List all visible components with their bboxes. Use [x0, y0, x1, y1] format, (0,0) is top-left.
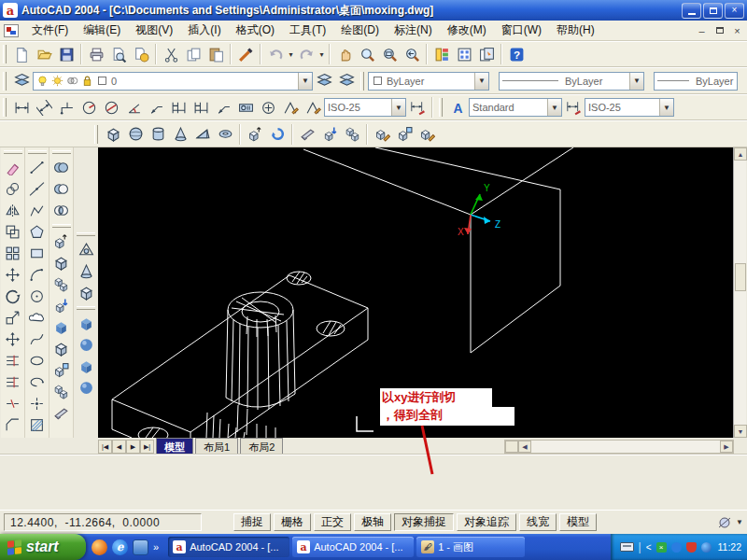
- menu-file[interactable]: 文件(F): [24, 20, 76, 41]
- polar-toggle[interactable]: 极轴: [354, 513, 391, 531]
- menu-draw[interactable]: 绘图(D): [333, 20, 387, 41]
- text-style-button[interactable]: [446, 96, 469, 119]
- array-button[interactable]: [2, 243, 24, 264]
- task-autocad-1[interactable]: a AutoCAD 2004 - [...: [168, 537, 289, 557]
- rectangle-button[interactable]: [26, 243, 49, 264]
- keyboard-layout-icon[interactable]: [620, 542, 634, 552]
- copy-button[interactable]: [182, 43, 204, 65]
- quick-launch-chevron-icon[interactable]: »: [153, 541, 159, 553]
- toolbar-grip[interactable]: [28, 150, 47, 154]
- dim-style-dropdown-2[interactable]: ISO-25 ▼: [585, 98, 674, 117]
- menu-view[interactable]: 视图(V): [128, 20, 180, 41]
- rotate-faces-button[interactable]: [50, 316, 73, 338]
- hatch-button[interactable]: [26, 414, 49, 436]
- solid-torus-button[interactable]: [214, 123, 236, 146]
- dim-style-dropdown-arrow[interactable]: ▼: [391, 99, 405, 116]
- menu-help[interactable]: 帮助(H): [549, 20, 602, 41]
- offset-faces-button[interactable]: [50, 273, 73, 295]
- line-button[interactable]: [26, 157, 49, 178]
- toolbar-grip[interactable]: [3, 45, 7, 63]
- toolbar-grip[interactable]: [77, 232, 95, 236]
- delete-faces-button[interactable]: [50, 295, 73, 316]
- dim-radius-button[interactable]: [78, 96, 100, 119]
- dim-linear-button[interactable]: [10, 96, 33, 119]
- tool-palettes-button[interactable]: [475, 43, 498, 65]
- quick-dimension-button[interactable]: [145, 96, 167, 119]
- layer-properties-manager-button[interactable]: [10, 70, 33, 92]
- minimize-button[interactable]: [682, 3, 701, 19]
- center-mark-button[interactable]: [257, 96, 279, 119]
- show-desktop-icon[interactable]: [133, 539, 148, 555]
- mdi-close-button[interactable]: ×: [731, 25, 743, 36]
- tab-layout2[interactable]: 布局2: [240, 438, 283, 454]
- internet-explorer-icon[interactable]: e: [112, 539, 128, 555]
- break-button[interactable]: [2, 393, 24, 414]
- model-space-toggle[interactable]: 模型: [559, 513, 597, 531]
- match-properties-button[interactable]: [234, 43, 257, 65]
- close-button[interactable]: ×: [725, 3, 744, 19]
- setup-profile-button[interactable]: [416, 123, 438, 146]
- gouraud-sphere-button[interactable]: [75, 377, 97, 399]
- ellipse-button[interactable]: [26, 350, 49, 371]
- scroll-left-button[interactable]: ◀: [518, 441, 531, 453]
- communication-center-icon[interactable]: [717, 516, 732, 529]
- taper-faces-button[interactable]: [50, 338, 73, 359]
- snap-toggle[interactable]: 捕捉: [233, 513, 271, 531]
- layer-dropdown[interactable]: 0 ▼: [33, 72, 313, 91]
- scroll-up-button[interactable]: ▲: [734, 147, 747, 161]
- chamfer-button[interactable]: [2, 414, 24, 436]
- gouraud-cube-button[interactable]: [75, 356, 97, 377]
- zoom-realtime-button[interactable]: [356, 43, 378, 65]
- grid-toggle[interactable]: 栅格: [274, 513, 311, 531]
- extend-button[interactable]: [2, 371, 24, 393]
- next-tab-button[interactable]: ▶: [126, 440, 140, 454]
- canvas-vertical-scrollbar[interactable]: ▲ ▼: [733, 147, 746, 438]
- ellipse-arc-button[interactable]: [26, 371, 49, 393]
- linetype-dropdown-arrow[interactable]: ▼: [629, 73, 643, 90]
- construction-line-button[interactable]: [26, 178, 49, 200]
- menu-format[interactable]: 格式(O): [229, 20, 282, 41]
- dim-ordinate-button[interactable]: [55, 96, 78, 119]
- solid-sphere-button[interactable]: [124, 123, 147, 146]
- paste-button[interactable]: [204, 43, 227, 65]
- solid-cone-button[interactable]: [169, 123, 191, 146]
- text-style-dropdown[interactable]: Standard ▼: [469, 98, 562, 117]
- setup-drawing-button[interactable]: [371, 123, 393, 146]
- menu-modify[interactable]: 修改(M): [440, 20, 494, 41]
- scrollbar-thumb[interactable]: [735, 263, 746, 291]
- revolve-button[interactable]: [266, 123, 289, 146]
- start-button[interactable]: start: [0, 534, 86, 560]
- dimension-text-edit-button[interactable]: [302, 96, 324, 119]
- point-button[interactable]: [26, 393, 49, 414]
- dimension-update-button[interactable]: [406, 96, 429, 119]
- extrude-faces-button[interactable]: [50, 231, 73, 252]
- undo-button[interactable]: [264, 43, 287, 65]
- lineweight-toggle[interactable]: 线宽: [519, 513, 557, 531]
- scroll-down-button[interactable]: ▼: [734, 425, 747, 438]
- section-button[interactable]: [318, 123, 341, 146]
- designcenter-button[interactable]: [453, 43, 475, 65]
- status-tray-arrow-icon[interactable]: ▼: [736, 518, 743, 526]
- layer-previous-button[interactable]: [335, 70, 358, 92]
- quick-leader-button[interactable]: [212, 96, 234, 119]
- solid-wedge-button[interactable]: [191, 123, 214, 146]
- media-player-icon[interactable]: [92, 539, 107, 555]
- menu-tools[interactable]: 工具(T): [282, 20, 333, 41]
- color-control-dropdown[interactable]: ByLayer ▼: [368, 72, 489, 91]
- mdi-minimize-button[interactable]: –: [696, 25, 708, 36]
- network-globe-icon[interactable]: [701, 542, 712, 553]
- canvas-horizontal-scrollbar[interactable]: ◀ ▶: [504, 440, 734, 454]
- move-faces-button[interactable]: [50, 252, 73, 273]
- tolerance-button[interactable]: [234, 96, 257, 119]
- otrack-toggle[interactable]: 对象追踪: [457, 513, 516, 531]
- layer-dropdown-arrow[interactable]: ▼: [298, 73, 312, 90]
- shaded-cube-button[interactable]: [75, 313, 97, 334]
- scale-button[interactable]: [2, 307, 24, 329]
- setup-view-button[interactable]: [393, 123, 416, 146]
- save-button[interactable]: [55, 43, 78, 65]
- tray-chevron-icon[interactable]: <: [646, 542, 652, 553]
- tab-model[interactable]: 模型: [156, 438, 193, 454]
- scroll-right-button[interactable]: ▶: [720, 441, 733, 453]
- move-button[interactable]: [2, 264, 24, 286]
- dim-diameter-button[interactable]: [100, 96, 122, 119]
